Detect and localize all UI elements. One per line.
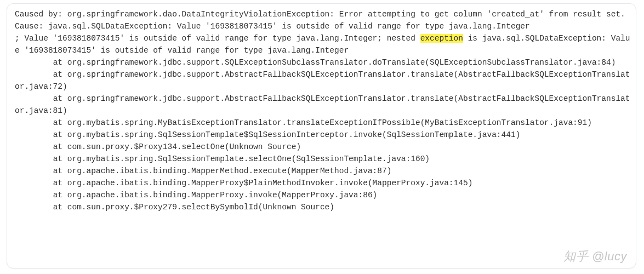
stack-frame: at org.mybatis.spring.SqlSessionTemplate… xyxy=(15,155,430,163)
stack-frame: at com.sun.proxy.$Proxy134.selectOne(Unk… xyxy=(15,142,301,151)
stack-frame: at org.springframework.jdbc.support.SQLE… xyxy=(15,58,615,67)
stack-frame: at com.sun.proxy.$Proxy279.selectBySymbo… xyxy=(15,203,334,212)
stack-frame: at org.springframework.jdbc.support.Abst… xyxy=(15,70,630,91)
stack-frame: at org.apache.ibatis.binding.MapperProxy… xyxy=(15,179,472,187)
highlighted-term: exception xyxy=(420,34,463,43)
stack-frame: at org.mybatis.spring.SqlSessionTemplate… xyxy=(15,130,520,139)
stack-frame: at org.springframework.jdbc.support.Abst… xyxy=(15,94,630,115)
log-text[interactable]: Caused by: org.springframework.dao.DataI… xyxy=(15,8,630,213)
watermark-text: 知乎 @lucy xyxy=(563,248,627,265)
stack-frame: at org.mybatis.spring.MyBatisExceptionTr… xyxy=(15,118,592,127)
stack-frame: at org.apache.ibatis.binding.MapperProxy… xyxy=(15,191,377,199)
log-card: Caused by: org.springframework.dao.DataI… xyxy=(7,3,636,269)
stack-frame: at org.apache.ibatis.binding.MapperMetho… xyxy=(15,167,391,175)
